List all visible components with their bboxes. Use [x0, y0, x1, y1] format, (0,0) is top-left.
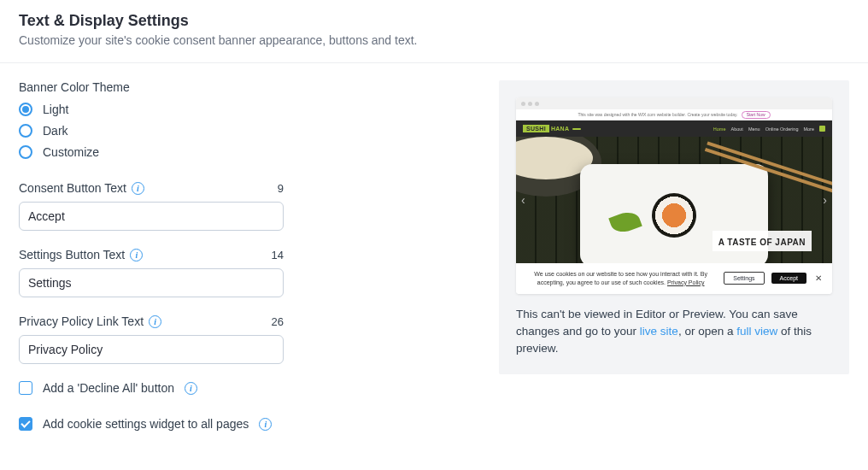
radio-icon [19, 103, 32, 116]
header: Text & Display Settings Customize your s… [0, 0, 868, 63]
checkbox-label: Add cookie settings widget to all pages [43, 417, 249, 431]
page-title: Text & Display Settings [19, 12, 849, 30]
cookie-widget-checkbox-row[interactable]: Add cookie settings widget to all pages … [19, 417, 284, 431]
cookie-accept-button: Accept [771, 273, 806, 284]
start-now-button: Start Now [742, 111, 771, 119]
consent-button-field: Consent Button Text i 9 [19, 181, 284, 231]
char-count: 26 [272, 315, 284, 328]
cookie-text: We use cookies on our website to see how… [525, 270, 717, 287]
field-label: Settings Button Text [19, 248, 125, 261]
char-count: 9 [278, 182, 284, 195]
close-icon: ✕ [813, 273, 824, 283]
cookie-privacy-link: Privacy Policy [667, 279, 705, 285]
cookie-banner: We use cookies on our website to see how… [516, 263, 832, 294]
wix-bar: This site was designed with the WIX.com … [516, 109, 832, 120]
radio-label: Customize [43, 145, 99, 159]
info-icon[interactable]: i [149, 315, 161, 328]
page-subtitle: Customize your site's cookie consent ban… [19, 33, 849, 47]
privacy-link-field: Privacy Policy Link Text i 26 [19, 314, 284, 364]
field-label: Consent Button Text [19, 181, 126, 195]
consent-button-input[interactable] [19, 202, 284, 231]
theme-option-light[interactable]: Light [19, 103, 284, 116]
info-icon[interactable]: i [259, 418, 272, 431]
radio-label: Light [43, 103, 68, 116]
live-site-link[interactable]: live site [640, 325, 678, 338]
settings-button-field: Settings Button Text i 14 [19, 248, 284, 297]
settings-button-input[interactable] [19, 268, 284, 297]
full-view-link[interactable]: full view [736, 325, 777, 338]
wix-bar-text: This site was designed with the WIX.com … [578, 112, 737, 117]
preview-caption: This can't be viewed in Editor or Previe… [516, 306, 832, 358]
checkbox-icon [19, 381, 32, 395]
carousel-prev-icon: ‹ [521, 193, 786, 207]
checkbox-icon [19, 417, 32, 431]
hero-title: A TASTE OF JAPAN [718, 238, 806, 247]
cookie-settings-button: Settings [724, 272, 764, 285]
theme-label: Banner Color Theme [19, 80, 284, 94]
theme-option-customize[interactable]: Customize [19, 145, 284, 159]
theme-option-dark[interactable]: Dark [19, 124, 284, 138]
field-label: Privacy Policy Link Text [19, 314, 144, 328]
privacy-link-input[interactable] [19, 335, 284, 364]
hero-image: ‹ › A TASTE OF JAPAN [516, 137, 832, 263]
carousel-next-icon: › [823, 193, 827, 207]
theme-radio-group: Light Dark Customize [19, 103, 284, 159]
radio-icon [19, 145, 32, 159]
browser-chrome [516, 97, 832, 109]
decline-all-checkbox-row[interactable]: Add a 'Decline All' button i [19, 381, 284, 395]
info-icon[interactable]: i [185, 382, 197, 395]
char-count: 14 [272, 249, 284, 261]
site-logo: SUSHI HANA [523, 125, 581, 132]
info-icon[interactable]: i [130, 249, 143, 261]
site-nav: Home About Menu Online Ordering More [713, 126, 825, 132]
preview-browser: This site was designed with the WIX.com … [516, 97, 832, 294]
cart-icon [819, 126, 825, 132]
radio-label: Dark [43, 124, 68, 138]
checkbox-label: Add a 'Decline All' button [43, 381, 174, 395]
info-icon[interactable]: i [132, 182, 144, 195]
radio-icon [19, 124, 32, 138]
site-header: SUSHI HANA Home About Menu Online Orderi… [516, 120, 832, 137]
preview-panel: This site was designed with the WIX.com … [499, 80, 849, 374]
